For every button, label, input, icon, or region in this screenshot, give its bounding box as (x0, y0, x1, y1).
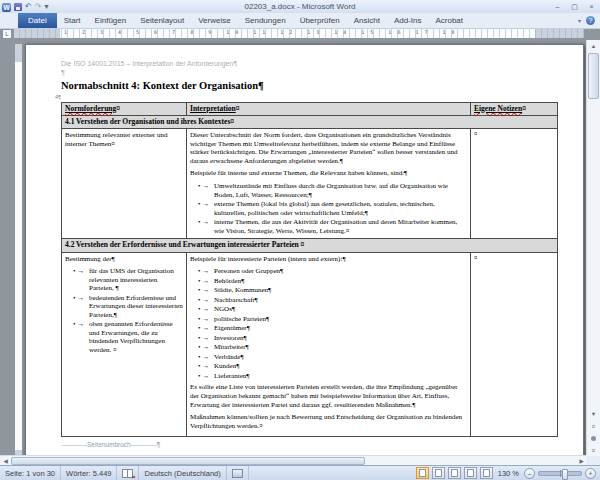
restore-icon[interactable]: ▢ (566, 0, 583, 13)
vertical-scroll-thumb[interactable] (588, 53, 599, 99)
list-item: • → Behörden¶ (190, 277, 467, 286)
tab-sendungen[interactable]: Sendungen (238, 13, 293, 28)
tab-ueberpruefen[interactable]: Überprüfen (293, 13, 347, 28)
language-status[interactable]: Deutsch (Deutschland) (139, 466, 226, 480)
qat-dropdown-icon[interactable]: ▾ (44, 3, 48, 11)
bullet-icon: • → (73, 267, 89, 293)
previous-page-button[interactable]: « (587, 420, 600, 432)
bullet-icon: • → (198, 334, 214, 343)
browse-object-button[interactable] (587, 432, 600, 444)
bullet-text: Städte, Kommunen¶ (214, 286, 467, 295)
interpretation-cell-4-1[interactable]: Dieser Unterabschnitt der Norm fordert, … (187, 129, 471, 239)
document-page[interactable]: Die ISO 14001:2015 – Interpretation der … (25, 44, 584, 456)
horizontal-scroll-thumb[interactable] (11, 457, 365, 465)
tab-verweise[interactable]: Verweise (191, 13, 237, 28)
bullet-text: für das UMS der Organisation relevanten … (89, 267, 183, 293)
tab-selector-button[interactable]: L (2, 29, 12, 39)
requirement-cell-4-1[interactable]: Bestimmung relevanter externer und inter… (62, 129, 187, 239)
notes-cell-4-2[interactable]: ¤ (471, 252, 558, 437)
bullet-text: Investoren¶ (214, 334, 467, 343)
bullet-icon: • → (198, 182, 214, 199)
bullet-icon: • → (198, 296, 214, 305)
tab-einfuegen[interactable]: Einfügen (88, 13, 134, 28)
undo-icon[interactable]: ↶ (25, 3, 32, 11)
bullet-text: bedeutenden Erfordernisse und Erwartunge… (89, 294, 183, 320)
bullet-icon: • → (198, 277, 214, 286)
interpretation-paragraph: Beispiele für interne und externe Themen… (190, 169, 467, 178)
interpretation-paragraph: Dieser Unterabschnitt der Norm fordert, … (190, 131, 467, 165)
zoom-level[interactable]: 130 % (496, 469, 521, 478)
section-title-4-2[interactable]: 4.2 Verstehen der Erfordernisse und Erwa… (62, 239, 558, 252)
tab-seitenlayout[interactable]: Seitenlayout (133, 13, 191, 28)
proofing-status[interactable]: × (117, 466, 139, 480)
list-item: • → Eigentümer¶ (190, 324, 467, 333)
list-item: • → Personen oder Gruppen¶ (190, 267, 467, 276)
interpretation-cell-4-2[interactable]: Beispiele für interessierte Parteien (in… (187, 252, 471, 437)
web-layout-view-button[interactable] (448, 467, 461, 479)
zoom-in-button[interactable]: + (585, 468, 596, 479)
word-icon[interactable]: W (2, 3, 11, 12)
notes-cell-4-1[interactable]: ¤ (471, 129, 558, 239)
column-header-normforderung[interactable]: Normforderung¤ (62, 102, 187, 115)
word-window: W ↶ ↷ ▾ 02203_a.docx - Microsoft Word – … (0, 0, 600, 480)
zoom-slider-thumb[interactable] (562, 469, 568, 480)
list-item: • → Kunden¶ (190, 362, 467, 371)
minimize-icon[interactable]: – (549, 0, 566, 13)
ribbon-collapse-icon[interactable]: ▾ (578, 17, 581, 24)
bullet-icon: • → (198, 200, 214, 217)
vertical-ruler[interactable] (15, 44, 22, 480)
list-item: • → Verbände¶ (190, 353, 467, 362)
list-item: • → politische Parteien¶ (190, 315, 467, 324)
vertical-scrollbar[interactable]: ▲ ▼ « » (586, 40, 600, 456)
close-icon[interactable]: × (583, 0, 600, 13)
bullet-text: Personen oder Gruppen¶ (214, 267, 467, 276)
fullscreen-reading-view-button[interactable] (432, 467, 445, 479)
macro-status[interactable] (227, 466, 249, 480)
column-header-eigene-notizen[interactable]: Eigene Notizen¤ (471, 102, 558, 115)
tab-ansicht[interactable]: Ansicht (347, 13, 387, 28)
help-icon[interactable]: ? (586, 16, 595, 25)
redo-icon[interactable]: ↷ (35, 3, 42, 11)
tab-acrobat[interactable]: Acrobat (428, 13, 470, 28)
empty-paragraph-mark: ¶ (61, 68, 536, 77)
section-row-4-2: 4.2 Verstehen der Erfordernisse und Erwa… (62, 239, 558, 252)
ribbon-tab-bar: Datei Start Einfügen Seitenlayout Verwei… (0, 13, 600, 29)
bullet-icon: • → (198, 362, 214, 371)
document-area: Die ISO 14001:2015 – Interpretation der … (0, 40, 587, 456)
list-item: • → oben genannten Erfordernisse und Erw… (65, 320, 183, 354)
save-icon[interactable] (14, 3, 22, 11)
cell-mark: ¤ (474, 254, 477, 261)
column-header-interpretation[interactable]: Interpretation¤ (187, 102, 471, 115)
bullet-icon: • → (198, 372, 214, 381)
proofing-book-icon: × (122, 469, 133, 478)
requirement-intro: Bestimmung der¶ (65, 255, 183, 264)
horizontal-ruler[interactable]: 1 2 3 4 5 6 7 8 9 10 11 12 13 14 15 16 1… (14, 29, 584, 38)
tab-start[interactable]: Start (57, 13, 88, 28)
bullet-text: oben genannten Erfordernisse und Erwartu… (89, 320, 183, 354)
scroll-down-icon[interactable]: ▼ (587, 408, 600, 420)
page-count-status[interactable]: Seite: 1 von 30 (0, 466, 61, 480)
requirement-cell-4-2[interactable]: Bestimmung der¶ • → für das UMS der Orga… (62, 252, 187, 437)
cell-mark: ¤ (474, 130, 477, 137)
list-item: • → bedeutenden Erfordernisse und Erwart… (65, 294, 183, 320)
bullet-text: Umweltzustände mit Einfluss durch die Or… (214, 182, 467, 199)
ruler-zone: L 1 2 3 4 5 6 7 8 9 10 11 12 13 14 15 16… (0, 28, 587, 40)
list-item: • → externe Themen (lokal bis global) au… (190, 200, 467, 217)
zoom-out-button[interactable]: – (524, 468, 535, 479)
bullet-icon: • → (198, 315, 214, 324)
next-page-button[interactable]: » (587, 444, 600, 456)
document-header-text: Die ISO 14001:2015 – Interpretation der … (61, 60, 536, 68)
print-layout-view-button[interactable] (416, 467, 429, 479)
list-item: • → Mitarbeiter¶ (190, 343, 467, 352)
tab-addins[interactable]: Add-Ins (387, 13, 429, 28)
section-title-4-1[interactable]: 4.1 Verstehen der Organisation und ihres… (62, 115, 558, 128)
scroll-up-icon[interactable]: ▲ (587, 40, 600, 52)
word-count-status[interactable]: Wörter: 5.449 (61, 466, 117, 480)
tab-datei[interactable]: Datei (18, 13, 57, 28)
requirements-table: Normforderung¤ Interpretation¤ Eigene No… (61, 102, 558, 438)
outline-view-button[interactable] (464, 467, 477, 479)
interpretation-intro: Beispiele für interessierte Parteien (in… (190, 255, 467, 264)
list-item: • → Umweltzustände mit Einfluss durch di… (190, 182, 467, 199)
zoom-slider[interactable] (538, 471, 582, 476)
draft-view-button[interactable] (480, 467, 493, 479)
